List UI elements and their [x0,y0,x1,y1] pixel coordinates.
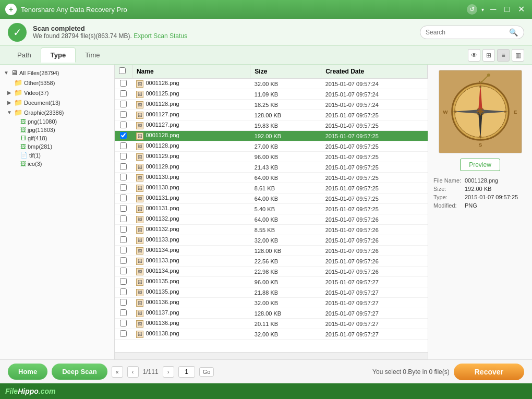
table-row[interactable]: 🖼0001132.png 8.55 KB 2015-01-07 09:57:26 [115,225,428,235]
table-row[interactable]: 🖼0001130.png 64.00 KB 2015-01-07 09:57:2… [115,173,428,183]
row-checkbox[interactable] [120,153,127,160]
row-name: 🖼0001135.png [132,287,250,298]
tab-path[interactable]: Path [8,48,41,62]
recover-button[interactable]: Recover [454,364,524,380]
list-scrollbar[interactable] [115,352,428,359]
row-checkbox[interactable] [120,195,127,201]
table-row[interactable]: 🖼0001136.png 20.11 KB 2015-01-07 09:57:2… [115,319,428,329]
view-preview-icon[interactable]: 👁 [468,49,480,62]
table-row[interactable]: 🖼0001131.png 5.40 KB 2015-01-07 09:57:25 [115,204,428,214]
table-row[interactable]: 🖼0001128.png 27.00 KB 2015-01-07 09:57:2… [115,141,428,152]
row-checkbox[interactable] [120,278,127,285]
row-date: 2015-01-07 09:57:25 [321,162,428,173]
row-checkbox[interactable] [120,101,127,107]
row-size: 21.43 KB [250,162,321,173]
select-all-checkbox[interactable] [119,67,126,74]
table-row[interactable]: 🖼0001128.png 192.00 KB 2015-01-07 09:57:… [115,131,428,141]
row-checkbox[interactable] [120,288,127,295]
view-grid-icon[interactable]: ⊞ [482,49,495,62]
row-checkbox[interactable] [120,142,127,149]
view-details-icon[interactable]: ▥ [512,49,524,62]
row-checkbox[interactable] [120,215,127,222]
table-row[interactable]: 🖼0001138.png 32.00 KB 2015-01-07 09:57:2… [115,329,428,340]
page-input[interactable] [178,366,195,378]
minimize-btn[interactable]: ─ [488,5,498,14]
table-row[interactable]: 🖼0001134.png 22.98 KB 2015-01-07 09:57:2… [115,267,428,277]
table-row[interactable]: 🖼0001135.png 21.88 KB 2015-01-07 09:57:2… [115,287,428,298]
row-size: 22.56 KB [250,256,321,267]
table-row[interactable]: 🖼0001132.png 64.00 KB 2015-01-07 09:57:2… [115,214,428,225]
tree-item-other[interactable]: 📁 Other(5358) [0,78,114,88]
row-checkbox[interactable] [120,320,127,327]
table-row[interactable]: 🖼0001129.png 96.00 KB 2015-01-07 09:57:2… [115,152,428,162]
table-row[interactable]: 🖼0001130.png 8.61 KB 2015-01-07 09:57:25 [115,183,428,194]
first-page-btn[interactable]: « [112,366,123,378]
file-list[interactable]: Name Size Created Date 🖼0001126.png 32.0… [115,65,428,352]
table-row[interactable]: 🖼0001127.png 128.00 KB 2015-01-07 09:57:… [115,110,428,120]
row-checkbox[interactable] [120,163,127,170]
tab-time[interactable]: Time [76,48,109,62]
tree-item-bmp[interactable]: 🖼 bmp(281) [0,142,114,151]
tree-item-ico[interactable]: 🖼 ico(3) [0,160,114,168]
row-checkbox[interactable] [120,268,127,274]
prev-page-btn[interactable]: ‹ [127,366,139,378]
row-checkbox[interactable] [120,205,127,212]
row-checkbox[interactable] [120,132,127,139]
row-checkbox[interactable] [120,122,127,128]
row-checkbox[interactable] [120,226,127,233]
row-checkbox[interactable] [120,80,127,87]
table-row[interactable]: 🖼0001137.png 128.00 KB 2015-01-07 09:57:… [115,308,428,319]
deepscan-button[interactable]: Deep Scan [52,364,107,380]
tree-item-png[interactable]: 🖼 png(11080) [0,117,114,126]
maximize-btn[interactable]: □ [502,5,512,14]
row-checkbox[interactable] [120,90,127,97]
row-size: 8.55 KB [250,225,321,235]
row-checkbox[interactable] [120,330,127,337]
row-name: 🖼0001130.png [132,173,250,183]
table-row[interactable]: 🖼0001134.png 128.00 KB 2015-01-07 09:57:… [115,246,428,256]
file-thumb-icon: 🖼 [136,299,143,307]
row-checkbox[interactable] [120,174,127,180]
close-btn[interactable]: ✕ [516,5,527,14]
table-row[interactable]: 🖼0001131.png 64.00 KB 2015-01-07 09:57:2… [115,194,428,204]
tree-item-document[interactable]: ▶ 📁 Document(13) [0,98,114,107]
table-row[interactable]: 🖼0001129.png 21.43 KB 2015-01-07 09:57:2… [115,162,428,173]
row-checkbox[interactable] [120,111,127,118]
tree-item-video[interactable]: ▶ 📁 Video(37) [0,88,114,98]
table-row[interactable]: 🖼0001127.png 19.83 KB 2015-01-07 09:57:2… [115,120,428,131]
tab-type[interactable]: Type [41,47,76,63]
home-button[interactable]: Home [8,364,47,380]
table-row[interactable]: 🖼0001133.png 32.00 KB 2015-01-07 09:57:2… [115,235,428,246]
view-list-icon[interactable]: ≡ [497,49,510,62]
row-checkbox[interactable] [120,309,127,316]
next-page-btn[interactable]: › [163,366,174,378]
row-size: 32.00 KB [250,329,321,340]
row-checkbox[interactable] [120,299,127,306]
tree-item-graphic[interactable]: ▼ 📁 Graphic(23386) [0,107,114,117]
export-scan-link[interactable]: Export Scan Status [134,32,187,40]
row-size: 32.00 KB [250,79,321,89]
table-row[interactable]: 🖼0001125.png 11.09 KB 2015-01-07 09:57:2… [115,89,428,100]
row-checkbox[interactable] [120,184,127,191]
row-check [115,100,132,110]
history-btn[interactable]: ↺ [467,4,477,15]
tree-item-tif[interactable]: 📄 tif(1) [0,151,114,160]
tree-item-jpg[interactable]: 🖼 jpg(11603) [0,126,114,134]
row-checkbox[interactable] [120,236,127,243]
row-checkbox[interactable] [120,247,127,253]
row-check [115,152,132,162]
search-input[interactable] [426,29,509,36]
tree-label-jpg: jpg(11603) [28,127,55,133]
go-button[interactable]: Go [199,367,214,377]
tree-item-gif[interactable]: 🎞 gif(418) [0,134,114,142]
row-checkbox[interactable] [120,257,127,264]
table-row[interactable]: 🖼0001133.png 22.56 KB 2015-01-07 09:57:2… [115,256,428,267]
table-row[interactable]: 🖼0001126.png 32.00 KB 2015-01-07 09:57:2… [115,79,428,89]
dropdown-btn[interactable]: ▾ [481,7,484,13]
preview-button[interactable]: Preview [460,159,500,171]
table-row[interactable]: 🖼0001136.png 32.00 KB 2015-01-07 09:57:2… [115,298,428,308]
tree-item-allfiles[interactable]: ▼ 🖥 All Files(28794) [0,68,114,78]
row-check [115,120,132,131]
table-row[interactable]: 🖼0001135.png 96.00 KB 2015-01-07 09:57:2… [115,277,428,287]
table-row[interactable]: 🖼0001128.png 18.25 KB 2015-01-07 09:57:2… [115,100,428,110]
